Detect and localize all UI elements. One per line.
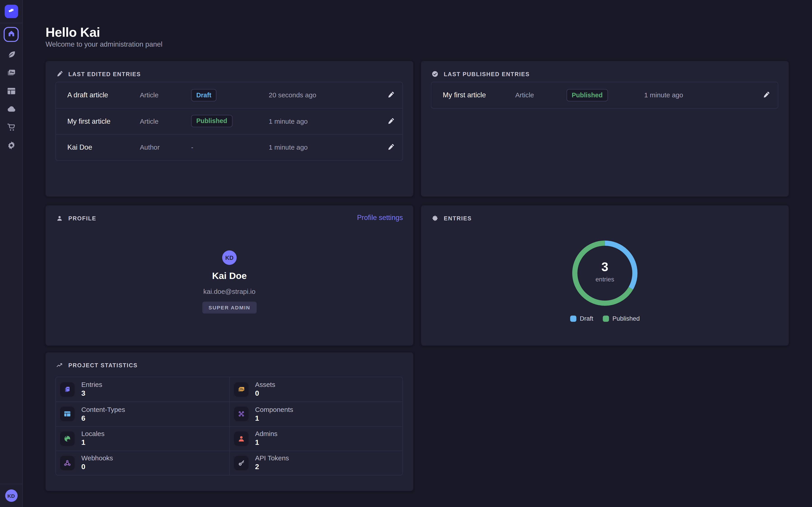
- entry-type: Article: [140, 117, 191, 125]
- pencil-icon: [762, 91, 771, 99]
- entries-title: ENTRIES: [444, 215, 472, 222]
- entry-time: 1 minute ago: [644, 91, 750, 99]
- puzzle-icon: [432, 215, 439, 222]
- stat-value: 1: [255, 438, 278, 447]
- stat-components: Components 1: [229, 402, 402, 426]
- entry-name: My first article: [443, 91, 515, 99]
- entries-card: ENTRIES 3 entries Draft: [421, 205, 789, 345]
- table-row: Kai Doe Author - 1 minute ago: [56, 134, 402, 160]
- stat-label: Locales: [81, 431, 104, 438]
- user-icon: [56, 215, 63, 222]
- status-badge: Published: [191, 115, 232, 127]
- stat-label: Entries: [81, 381, 102, 389]
- edit-entry-button[interactable]: [387, 117, 395, 125]
- globe-icon: [60, 431, 74, 446]
- sidebar-item-content-manager[interactable]: [6, 50, 16, 60]
- last-edited-title: LAST EDITED ENTRIES: [68, 71, 141, 77]
- entries-header: ENTRIES: [432, 215, 472, 222]
- trending-up-icon: [56, 362, 63, 369]
- last-edited-header: LAST EDITED ENTRIES: [56, 70, 141, 77]
- stat-locales: Locales 1: [56, 426, 229, 451]
- sidebar-divider-top: [0, 23, 22, 23]
- pencil-icon: [56, 70, 63, 77]
- role-badge: SUPER ADMIN: [202, 302, 256, 314]
- pencil-icon: [387, 144, 395, 151]
- entry-type: Article: [515, 91, 566, 99]
- table-row: My first article Article Published 1 min…: [56, 108, 402, 134]
- last-published-entries-card: LAST PUBLISHED ENTRIES My first article …: [421, 61, 789, 197]
- published-swatch: [603, 316, 609, 322]
- profile-settings-link[interactable]: Profile settings: [357, 214, 403, 221]
- stat-value: 0: [81, 463, 113, 471]
- sidebar-item-settings[interactable]: [6, 140, 16, 151]
- profile-email: kai.doe@strapi.io: [46, 288, 413, 295]
- strapi-dashboard: KD Hello Kai Welcome to your administrat…: [0, 0, 812, 507]
- legend-item-draft: Draft: [570, 315, 593, 322]
- page-subtitle: Welcome to your administration panel: [46, 40, 162, 48]
- components-icon: [234, 407, 248, 421]
- sidebar-item-cloud[interactable]: [6, 104, 16, 114]
- stat-content-types: Content-Types 6: [56, 402, 229, 426]
- page-title: Hello Kai: [46, 25, 100, 40]
- project-statistics-card: PROJECT STATISTICS Entries 3 Assets 0 Co…: [46, 352, 413, 491]
- entry-time: 1 minute ago: [269, 117, 374, 125]
- last-edited-table: A draft article Article Draft 20 seconds…: [55, 82, 403, 161]
- strapi-logo-icon: [7, 6, 15, 17]
- donut-legend: Draft Published: [421, 315, 789, 322]
- stat-value: 2: [255, 463, 289, 471]
- entry-name: Kai Doe: [67, 144, 140, 151]
- pictures-icon: [6, 68, 16, 78]
- sidebar-item-media-library[interactable]: [6, 68, 16, 78]
- documents-icon: [60, 382, 74, 397]
- entries-donut-chart: 3 entries: [569, 237, 641, 309]
- sidebar: KD: [0, 0, 23, 507]
- legend-label: Draft: [580, 315, 594, 322]
- cart-icon: [6, 122, 16, 132]
- entry-time: 20 seconds ago: [269, 91, 374, 99]
- entries-total-label: entries: [569, 276, 641, 283]
- table-row: My first article Article Published 1 min…: [432, 82, 778, 108]
- status-empty: -: [191, 144, 269, 151]
- stat-value: 3: [81, 389, 102, 398]
- entry-name: My first article: [67, 117, 140, 125]
- main-content: Hello Kai Welcome to your administration…: [23, 0, 812, 507]
- stat-value: 6: [81, 414, 125, 422]
- stat-value: 0: [255, 389, 275, 398]
- profile-header: PROFILE: [56, 215, 96, 222]
- cloud-icon: [6, 104, 16, 114]
- pencil-icon: [387, 117, 395, 125]
- sidebar-item-home[interactable]: [4, 27, 19, 42]
- profile-title: PROFILE: [68, 215, 96, 222]
- edit-entry-button[interactable]: [762, 91, 771, 99]
- status-badge: Published: [567, 89, 608, 101]
- sidebar-nav: [4, 27, 19, 151]
- edit-entry-button[interactable]: [387, 91, 395, 99]
- stat-admins: Admins 1: [229, 426, 402, 451]
- sidebar-item-marketplace[interactable]: [6, 122, 16, 132]
- legend-label: Published: [612, 315, 640, 322]
- profile-card: PROFILE Profile settings KD Kai Doe kai.…: [46, 205, 413, 345]
- sidebar-divider-bottom: [0, 484, 22, 484]
- user-avatar[interactable]: KD: [5, 490, 17, 502]
- user-icon: [234, 431, 248, 446]
- pencil-icon: [387, 91, 395, 99]
- entry-name: A draft article: [67, 91, 140, 99]
- stat-label: API Tokens: [255, 455, 289, 463]
- entry-type: Author: [140, 144, 191, 151]
- stat-webhooks: Webhooks 0: [56, 450, 229, 475]
- project-statistics-header: PROJECT STATISTICS: [56, 362, 138, 369]
- strapi-logo[interactable]: [4, 5, 18, 18]
- stat-value: 1: [81, 438, 104, 447]
- check-circle-icon: [432, 70, 439, 77]
- home-icon: [7, 29, 15, 40]
- stat-label: Admins: [255, 431, 278, 438]
- key-icon: [234, 456, 248, 470]
- sidebar-item-content-type-builder[interactable]: [6, 86, 16, 96]
- profile-name: Kai Doe: [46, 271, 413, 281]
- entry-time: 1 minute ago: [269, 144, 374, 151]
- layout-icon: [6, 86, 16, 96]
- last-published-table: My first article Article Published 1 min…: [431, 82, 778, 108]
- entry-type: Article: [140, 91, 191, 99]
- webhook-icon: [60, 456, 74, 470]
- edit-entry-button[interactable]: [387, 143, 395, 152]
